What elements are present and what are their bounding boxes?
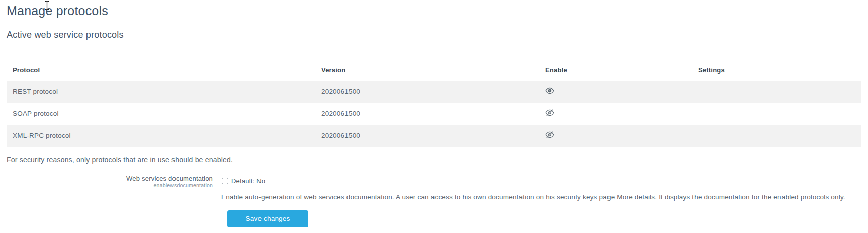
- security-note: For security reasons, only protocols tha…: [7, 156, 861, 164]
- version-cell: 2020061500: [315, 81, 539, 103]
- section-heading: Active web service protocols: [7, 30, 861, 40]
- protocol-cell: SOAP protocol: [7, 103, 315, 125]
- protocol-cell: XML-RPC protocol: [7, 125, 315, 147]
- settings-cell: [692, 103, 861, 125]
- setting-control-column: Default: No Enable auto-generation of we…: [221, 175, 845, 227]
- settings-cell: [692, 125, 861, 147]
- checkbox-label[interactable]: Default: No: [231, 177, 265, 185]
- eye-slash-icon[interactable]: [545, 109, 554, 117]
- protocol-cell: REST protocol: [7, 81, 315, 103]
- enable-cell: [539, 81, 692, 103]
- ws-documentation-setting: Web services documentation enablewsdocum…: [7, 175, 861, 227]
- manage-protocols-page: Manage protocols Active web service prot…: [0, 4, 868, 227]
- column-header-version: Version: [315, 60, 539, 81]
- section-divider: [7, 49, 861, 49]
- default-checkbox[interactable]: [222, 178, 228, 184]
- table-header: Protocol Version Enable Settings: [7, 60, 861, 81]
- column-header-settings: Settings: [692, 60, 861, 81]
- protocols-table: Protocol Version Enable Settings REST pr…: [7, 60, 861, 147]
- setting-description: Enable auto-generation of web services d…: [221, 193, 845, 201]
- enable-cell: [539, 103, 692, 125]
- table-row: REST protocol2020061500: [7, 81, 861, 103]
- table-row: SOAP protocol2020061500: [7, 103, 861, 125]
- settings-cell: [692, 81, 861, 103]
- save-changes-button[interactable]: Save changes: [227, 210, 308, 227]
- column-header-protocol: Protocol: [7, 60, 315, 81]
- page-title: Manage protocols: [7, 4, 861, 18]
- version-cell: 2020061500: [315, 125, 539, 147]
- setting-label-column: Web services documentation enablewsdocum…: [7, 175, 213, 227]
- table-row: XML-RPC protocol2020061500: [7, 125, 861, 147]
- eye-icon[interactable]: [545, 87, 554, 95]
- setting-label: Web services documentation: [7, 175, 213, 182]
- checkbox-line: Default: No: [221, 177, 845, 185]
- text-cursor-icon: [44, 1, 50, 12]
- enable-cell: [539, 125, 692, 147]
- table-body: REST protocol2020061500SOAP protocol2020…: [7, 81, 861, 147]
- setting-code: enablewsdocumentation: [7, 182, 213, 189]
- version-cell: 2020061500: [315, 103, 539, 125]
- column-header-enable: Enable: [539, 60, 692, 81]
- eye-slash-icon[interactable]: [545, 131, 554, 139]
